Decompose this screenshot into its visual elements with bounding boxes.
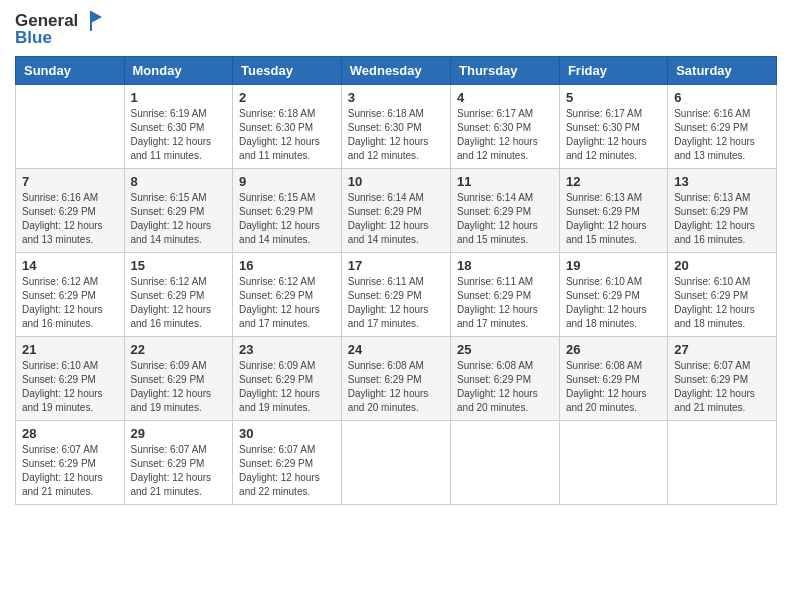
calendar-cell: 20 Sunrise: 6:10 AM Sunset: 6:29 PM Dayl… xyxy=(668,252,777,336)
day-number: 29 xyxy=(131,426,227,441)
day-info: Sunrise: 6:17 AM Sunset: 6:30 PM Dayligh… xyxy=(566,107,661,163)
day-number: 25 xyxy=(457,342,553,357)
calendar-cell: 16 Sunrise: 6:12 AM Sunset: 6:29 PM Dayl… xyxy=(233,252,342,336)
svg-marker-0 xyxy=(91,11,102,23)
logo: General Blue xyxy=(15,10,102,48)
day-number: 10 xyxy=(348,174,444,189)
day-info: Sunrise: 6:13 AM Sunset: 6:29 PM Dayligh… xyxy=(674,191,770,247)
page-header: General Blue xyxy=(15,10,777,48)
day-info: Sunrise: 6:16 AM Sunset: 6:29 PM Dayligh… xyxy=(22,191,118,247)
day-info: Sunrise: 6:18 AM Sunset: 6:30 PM Dayligh… xyxy=(348,107,444,163)
day-info: Sunrise: 6:09 AM Sunset: 6:29 PM Dayligh… xyxy=(131,359,227,415)
calendar-cell: 1 Sunrise: 6:19 AM Sunset: 6:30 PM Dayli… xyxy=(124,84,233,168)
day-number: 18 xyxy=(457,258,553,273)
day-number: 8 xyxy=(131,174,227,189)
day-number: 6 xyxy=(674,90,770,105)
day-number: 5 xyxy=(566,90,661,105)
calendar-cell xyxy=(16,84,125,168)
logo-blue-text: Blue xyxy=(15,29,102,48)
day-number: 16 xyxy=(239,258,335,273)
day-number: 26 xyxy=(566,342,661,357)
calendar-cell: 22 Sunrise: 6:09 AM Sunset: 6:29 PM Dayl… xyxy=(124,336,233,420)
day-number: 28 xyxy=(22,426,118,441)
day-info: Sunrise: 6:08 AM Sunset: 6:29 PM Dayligh… xyxy=(348,359,444,415)
calendar-header-saturday: Saturday xyxy=(668,56,777,84)
day-number: 27 xyxy=(674,342,770,357)
day-info: Sunrise: 6:14 AM Sunset: 6:29 PM Dayligh… xyxy=(457,191,553,247)
calendar-header-thursday: Thursday xyxy=(451,56,560,84)
day-info: Sunrise: 6:09 AM Sunset: 6:29 PM Dayligh… xyxy=(239,359,335,415)
calendar-cell xyxy=(559,420,667,504)
day-number: 15 xyxy=(131,258,227,273)
calendar-cell: 12 Sunrise: 6:13 AM Sunset: 6:29 PM Dayl… xyxy=(559,168,667,252)
calendar-header-monday: Monday xyxy=(124,56,233,84)
day-info: Sunrise: 6:10 AM Sunset: 6:29 PM Dayligh… xyxy=(22,359,118,415)
day-number: 11 xyxy=(457,174,553,189)
day-info: Sunrise: 6:08 AM Sunset: 6:29 PM Dayligh… xyxy=(566,359,661,415)
day-number: 30 xyxy=(239,426,335,441)
calendar-cell: 21 Sunrise: 6:10 AM Sunset: 6:29 PM Dayl… xyxy=(16,336,125,420)
calendar-week-2: 7 Sunrise: 6:16 AM Sunset: 6:29 PM Dayli… xyxy=(16,168,777,252)
day-info: Sunrise: 6:07 AM Sunset: 6:29 PM Dayligh… xyxy=(239,443,335,499)
day-info: Sunrise: 6:12 AM Sunset: 6:29 PM Dayligh… xyxy=(239,275,335,331)
calendar-header-friday: Friday xyxy=(559,56,667,84)
calendar-week-4: 21 Sunrise: 6:10 AM Sunset: 6:29 PM Dayl… xyxy=(16,336,777,420)
calendar-cell: 27 Sunrise: 6:07 AM Sunset: 6:29 PM Dayl… xyxy=(668,336,777,420)
calendar-cell: 13 Sunrise: 6:13 AM Sunset: 6:29 PM Dayl… xyxy=(668,168,777,252)
calendar-table: SundayMondayTuesdayWednesdayThursdayFrid… xyxy=(15,56,777,505)
calendar-cell: 30 Sunrise: 6:07 AM Sunset: 6:29 PM Dayl… xyxy=(233,420,342,504)
calendar-cell: 11 Sunrise: 6:14 AM Sunset: 6:29 PM Dayl… xyxy=(451,168,560,252)
day-number: 3 xyxy=(348,90,444,105)
calendar-cell: 14 Sunrise: 6:12 AM Sunset: 6:29 PM Dayl… xyxy=(16,252,125,336)
day-info: Sunrise: 6:12 AM Sunset: 6:29 PM Dayligh… xyxy=(22,275,118,331)
day-info: Sunrise: 6:16 AM Sunset: 6:29 PM Dayligh… xyxy=(674,107,770,163)
calendar-cell: 28 Sunrise: 6:07 AM Sunset: 6:29 PM Dayl… xyxy=(16,420,125,504)
svg-rect-1 xyxy=(90,11,92,31)
day-info: Sunrise: 6:12 AM Sunset: 6:29 PM Dayligh… xyxy=(131,275,227,331)
day-info: Sunrise: 6:07 AM Sunset: 6:29 PM Dayligh… xyxy=(22,443,118,499)
calendar-header-tuesday: Tuesday xyxy=(233,56,342,84)
calendar-header-wednesday: Wednesday xyxy=(341,56,450,84)
day-info: Sunrise: 6:07 AM Sunset: 6:29 PM Dayligh… xyxy=(674,359,770,415)
calendar-cell: 18 Sunrise: 6:11 AM Sunset: 6:29 PM Dayl… xyxy=(451,252,560,336)
day-info: Sunrise: 6:08 AM Sunset: 6:29 PM Dayligh… xyxy=(457,359,553,415)
day-number: 7 xyxy=(22,174,118,189)
day-info: Sunrise: 6:15 AM Sunset: 6:29 PM Dayligh… xyxy=(239,191,335,247)
calendar-week-5: 28 Sunrise: 6:07 AM Sunset: 6:29 PM Dayl… xyxy=(16,420,777,504)
calendar-cell: 6 Sunrise: 6:16 AM Sunset: 6:29 PM Dayli… xyxy=(668,84,777,168)
day-info: Sunrise: 6:10 AM Sunset: 6:29 PM Dayligh… xyxy=(566,275,661,331)
day-info: Sunrise: 6:17 AM Sunset: 6:30 PM Dayligh… xyxy=(457,107,553,163)
calendar-cell: 19 Sunrise: 6:10 AM Sunset: 6:29 PM Dayl… xyxy=(559,252,667,336)
calendar-cell xyxy=(451,420,560,504)
day-number: 9 xyxy=(239,174,335,189)
logo-container: General Blue xyxy=(15,10,102,48)
day-number: 4 xyxy=(457,90,553,105)
day-number: 12 xyxy=(566,174,661,189)
calendar-week-1: 1 Sunrise: 6:19 AM Sunset: 6:30 PM Dayli… xyxy=(16,84,777,168)
calendar-cell: 8 Sunrise: 6:15 AM Sunset: 6:29 PM Dayli… xyxy=(124,168,233,252)
day-number: 23 xyxy=(239,342,335,357)
calendar-cell: 25 Sunrise: 6:08 AM Sunset: 6:29 PM Dayl… xyxy=(451,336,560,420)
calendar-cell: 2 Sunrise: 6:18 AM Sunset: 6:30 PM Dayli… xyxy=(233,84,342,168)
day-number: 17 xyxy=(348,258,444,273)
day-number: 1 xyxy=(131,90,227,105)
day-info: Sunrise: 6:19 AM Sunset: 6:30 PM Dayligh… xyxy=(131,107,227,163)
calendar-cell: 24 Sunrise: 6:08 AM Sunset: 6:29 PM Dayl… xyxy=(341,336,450,420)
day-info: Sunrise: 6:11 AM Sunset: 6:29 PM Dayligh… xyxy=(457,275,553,331)
day-info: Sunrise: 6:15 AM Sunset: 6:29 PM Dayligh… xyxy=(131,191,227,247)
day-info: Sunrise: 6:13 AM Sunset: 6:29 PM Dayligh… xyxy=(566,191,661,247)
calendar-cell: 3 Sunrise: 6:18 AM Sunset: 6:30 PM Dayli… xyxy=(341,84,450,168)
calendar-cell: 9 Sunrise: 6:15 AM Sunset: 6:29 PM Dayli… xyxy=(233,168,342,252)
calendar-week-3: 14 Sunrise: 6:12 AM Sunset: 6:29 PM Dayl… xyxy=(16,252,777,336)
calendar-cell: 26 Sunrise: 6:08 AM Sunset: 6:29 PM Dayl… xyxy=(559,336,667,420)
calendar-cell xyxy=(668,420,777,504)
day-number: 20 xyxy=(674,258,770,273)
day-number: 21 xyxy=(22,342,118,357)
day-number: 22 xyxy=(131,342,227,357)
day-info: Sunrise: 6:18 AM Sunset: 6:30 PM Dayligh… xyxy=(239,107,335,163)
day-number: 14 xyxy=(22,258,118,273)
day-info: Sunrise: 6:07 AM Sunset: 6:29 PM Dayligh… xyxy=(131,443,227,499)
calendar-cell: 7 Sunrise: 6:16 AM Sunset: 6:29 PM Dayli… xyxy=(16,168,125,252)
day-info: Sunrise: 6:10 AM Sunset: 6:29 PM Dayligh… xyxy=(674,275,770,331)
day-info: Sunrise: 6:14 AM Sunset: 6:29 PM Dayligh… xyxy=(348,191,444,247)
